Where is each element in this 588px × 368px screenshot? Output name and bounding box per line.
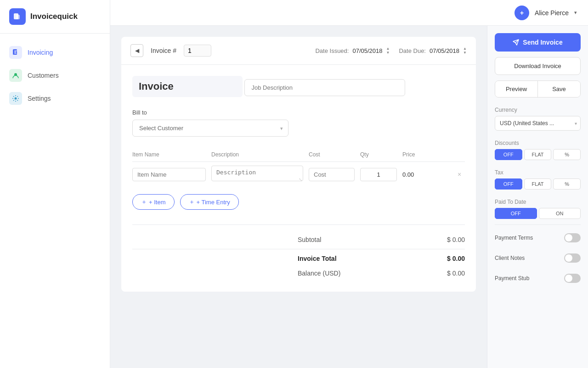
payment-terms-row: Payment Terms (495, 230, 581, 245)
payment-terms-toggle[interactable] (564, 233, 581, 242)
col-item-name: Item Name (132, 151, 206, 158)
date-issued-group: Date Issued: 07/05/2018 ▲ ▼ (315, 47, 390, 55)
discounts-flat-button[interactable]: FLAT (524, 149, 552, 160)
tax-percent-button[interactable]: % (553, 178, 581, 190)
currency-select[interactable]: USD (United States ... EUR (Euro) GBP (B… (495, 116, 581, 131)
preview-save-row: Preview Save (495, 80, 581, 98)
item-description-input[interactable] (211, 166, 303, 181)
topbar: + Alice Pierce ▾ (110, 0, 588, 26)
invoice-total-label: Invoice Total (298, 255, 337, 262)
balance-label: Balance (USD) (298, 270, 340, 277)
subtotal-row: Subtotal $ 0.00 (132, 232, 465, 247)
invoice-number-input[interactable] (184, 45, 211, 57)
logo-area: Invoicequick (0, 0, 110, 34)
customers-icon (9, 69, 22, 82)
balance-row: Balance (USD) $ 0.00 (132, 266, 465, 281)
totals-section: Subtotal $ 0.00 Invoice Total $ 0.00 Bal… (132, 224, 465, 281)
items-table: Item Name Description Cost Qty Price ⤡ (132, 148, 465, 187)
send-invoice-label: Send Invoice (523, 39, 562, 46)
sidebar-item-invoicing[interactable]: Invoicing (0, 41, 110, 64)
right-panel: Send Invoice Download Invoice Preview Sa… (487, 26, 588, 368)
date-due-arrows[interactable]: ▲ ▼ (463, 47, 467, 55)
client-notes-row: Client Notes (495, 251, 581, 265)
paid-to-date-off-button[interactable]: OFF (495, 208, 537, 219)
invoicing-icon (9, 46, 22, 59)
svg-rect-4 (14, 52, 16, 52)
customer-select[interactable]: Select Customer (132, 120, 288, 137)
preview-button[interactable]: Preview (495, 81, 538, 97)
discounts-off-button[interactable]: OFF (495, 149, 522, 160)
currency-label: Currency (495, 107, 581, 113)
avatar: + (514, 6, 529, 20)
col-price: Price (402, 151, 448, 158)
date-due-value: 07/05/2018 (430, 47, 459, 54)
add-item-icon: ＋ (141, 198, 147, 206)
payment-terms-label: Payment Terms (495, 235, 533, 241)
svg-point-7 (15, 98, 17, 100)
col-actions (454, 151, 465, 158)
save-button[interactable]: Save (538, 81, 580, 97)
tax-label: Tax (495, 169, 581, 176)
bill-to-section: Bill to Select Customer ▾ (132, 109, 465, 137)
item-delete-button[interactable]: × (454, 169, 465, 180)
sidebar-item-customers[interactable]: Customers (0, 64, 110, 87)
svg-rect-5 (14, 53, 17, 53)
discounts-section: Discounts OFF FLAT % (495, 140, 581, 160)
preview-label: Preview (506, 86, 527, 92)
item-price: 0.00 (402, 168, 448, 181)
client-notes-toggle[interactable] (564, 253, 581, 263)
add-item-label: + Item (149, 199, 166, 206)
invoice-prev-button[interactable]: ◀ (130, 44, 143, 57)
col-description: Description (211, 151, 303, 158)
client-notes-label: Client Notes (495, 255, 525, 261)
send-icon (513, 39, 519, 46)
invoice-number-label: Invoice # (151, 47, 176, 54)
date-issued-label: Date Issued: (315, 47, 349, 54)
add-buttons: ＋ + Item ＋ + Time Entry (132, 194, 465, 210)
svg-rect-1 (16, 15, 20, 19)
discounts-percent-button[interactable]: % (553, 149, 581, 160)
balance-value: $ 0.00 (428, 270, 465, 277)
user-menu-chevron[interactable]: ▾ (574, 10, 577, 16)
download-invoice-button[interactable]: Download Invoice (495, 57, 581, 75)
svg-rect-3 (14, 51, 17, 51)
add-time-entry-button[interactable]: ＋ + Time Entry (180, 194, 239, 210)
logo-text: Invoicequick (30, 12, 78, 21)
send-invoice-button[interactable]: Send Invoice (495, 33, 581, 52)
add-time-icon: ＋ (189, 198, 195, 206)
tax-flat-button[interactable]: FLAT (524, 178, 552, 190)
item-name-input[interactable] (132, 168, 206, 181)
subtotal-value: $ 0.00 (428, 236, 465, 243)
col-cost: Cost (309, 151, 355, 158)
download-invoice-label: Download Invoice (514, 63, 561, 69)
invoice-total-value: $ 0.00 (428, 255, 465, 262)
payment-stub-toggle[interactable] (564, 274, 581, 283)
sidebar-item-settings-label: Settings (28, 95, 51, 102)
bill-to-label: Bill to (132, 109, 465, 116)
totals-divider (132, 249, 465, 249)
logo-icon (9, 8, 26, 25)
invoice-header-bar: ◀ Invoice # Date Issued: 07/05/2018 ▲ ▼ … (121, 37, 476, 65)
invoice-title-input[interactable] (132, 76, 243, 97)
sidebar: Invoicequick Invoicing Customers (0, 0, 110, 368)
discounts-toggle-group: OFF FLAT % (495, 149, 581, 160)
paid-to-date-toggle-group: OFF ON (495, 208, 581, 219)
paid-to-date-section: Paid To Date OFF ON (495, 199, 581, 219)
payment-stub-row: Payment Stub (495, 271, 581, 286)
save-label: Save (552, 86, 566, 92)
sidebar-item-customers-label: Customers (28, 72, 59, 79)
content-area: ◀ Invoice # Date Issued: 07/05/2018 ▲ ▼ … (110, 26, 588, 368)
table-row: ⤡ 0.00 × (132, 162, 465, 187)
main: + Alice Pierce ▾ ◀ Invoice # Date Issued… (110, 0, 588, 368)
item-cost-input[interactable] (309, 168, 355, 181)
add-item-button[interactable]: ＋ + Item (132, 194, 175, 210)
job-description-input[interactable] (244, 79, 405, 96)
invoice-total-row: Invoice Total $ 0.00 (132, 251, 465, 266)
date-section: Date Issued: 07/05/2018 ▲ ▼ Date Due: 07… (315, 47, 467, 55)
item-qty-input[interactable] (360, 168, 397, 181)
date-issued-arrows[interactable]: ▲ ▼ (386, 47, 390, 55)
paid-to-date-on-button[interactable]: ON (539, 208, 581, 219)
sidebar-item-settings[interactable]: Settings (0, 87, 110, 110)
tax-off-button[interactable]: OFF (495, 178, 522, 190)
tax-section: Tax OFF FLAT % (495, 169, 581, 190)
